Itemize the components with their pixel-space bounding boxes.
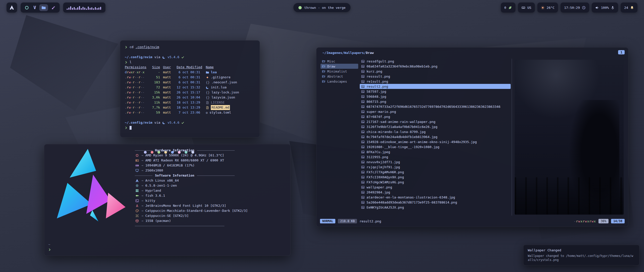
directory-item[interactable]: Draw <box>320 64 358 69</box>
arrow-icon: → <box>141 188 143 193</box>
file-item[interactable]: rsjqojlmjhf91.jpg <box>360 164 511 169</box>
launcher-button[interactable] <box>7 3 17 13</box>
file-user: matt <box>163 105 174 110</box>
file-type-icon <box>206 71 209 74</box>
file-name: ressdfgult.png <box>367 59 394 63</box>
updates-icon <box>508 6 512 10</box>
file-item[interactable]: 0c794faf07de24a4db4d4fb1eb813964.jpg <box>360 134 511 139</box>
file-item[interactable]: 08a634fa02a32364f69ebc86a98eb1eb.png <box>360 64 511 69</box>
file-item[interactable]: FXfcJlTXgAMvH6R.png <box>360 169 511 175</box>
file-item[interactable]: 5a266e448add93deab367d87173e9f25-6837886… <box>360 200 511 205</box>
image-preview <box>515 60 624 215</box>
updates-module[interactable]: 0 <box>501 3 516 13</box>
audio-visualizer[interactable] <box>63 3 105 13</box>
file-item[interactable]: resssult.png <box>360 74 511 79</box>
file-item[interactable]: 3126f7e9bbf21a8a4af0b67b041c6e26.jpg <box>360 124 511 129</box>
notifications-module[interactable]: 24 <box>621 3 637 13</box>
prompt-icon <box>125 126 128 129</box>
updates-count: 0 <box>504 6 506 10</box>
directory-item[interactable]: Landscapes <box>320 79 358 84</box>
file-item[interactable]: FXfcII0X0AQyn9X.png <box>360 175 511 180</box>
directory-item[interactable]: Misc <box>320 59 358 64</box>
image-icon <box>361 100 365 103</box>
file-user: matt <box>163 75 174 80</box>
os-icon <box>135 179 139 182</box>
command-text: l <box>130 60 132 65</box>
file-item[interactable]: wallpaper.png <box>360 185 511 190</box>
file-name: wallpaper.png <box>367 185 392 189</box>
file-name: 217167-sad-anime-rain-wallpaper.png <box>367 120 435 124</box>
circle-app-icon <box>25 6 29 10</box>
music-title: thrown - on the verge <box>304 6 345 10</box>
image-icon <box>361 155 365 159</box>
visualizer-bar <box>81 8 82 10</box>
file-item[interactable]: super-mario.png <box>360 109 511 114</box>
file-item[interactable]: EeNKYgIUcAAJ5JX.png <box>360 205 511 210</box>
notification-popup[interactable]: Wallpaper Changed Wallpaper changed to /… <box>523 245 639 265</box>
files-app-button[interactable] <box>39 4 48 11</box>
file-name: atardecer-en-la-montanas-ilustracion-634… <box>367 195 455 199</box>
file-item[interactable]: FXfcHgcWIAMzs0G.png <box>360 180 511 185</box>
temperature-module[interactable]: 26°C <box>537 3 558 13</box>
file-item[interactable]: 87r687df.png <box>360 114 511 119</box>
file-item[interactable]: chica-mirando-la-luna-8799.jpg <box>360 129 511 134</box>
fetch-row: →1558 (pacman) <box>135 218 284 223</box>
file-item[interactable]: 8FKa7Cu.jpeg <box>360 149 511 154</box>
visualizer-bar <box>91 7 92 10</box>
directory-item[interactable]: Minimalist <box>320 69 358 74</box>
visualizer-bar <box>98 8 99 10</box>
terminal-window[interactable]: cd .config/nvim ~/.config/nvim via v5.4.… <box>120 40 260 138</box>
file-item[interactable]: 3122955.png <box>360 154 511 159</box>
clock-module[interactable]: 17:50:29 <box>560 3 589 13</box>
app-shortcuts: V <box>21 3 60 13</box>
file-permissions: .rw-r--r-- <box>125 85 146 90</box>
image-icon <box>361 65 365 68</box>
folder-icon <box>322 80 325 83</box>
editor-app-button[interactable]: V <box>33 6 36 10</box>
display-icon <box>135 169 139 172</box>
image-icon <box>361 110 365 113</box>
file-item[interactable]: re1sult.png <box>360 79 511 84</box>
file-item[interactable]: ressdfgult.png <box>360 59 511 64</box>
file-user: matt <box>163 110 174 115</box>
browser-app-button[interactable] <box>25 6 29 10</box>
image-icon <box>361 140 365 144</box>
music-widget[interactable]: thrown - on the verge <box>293 3 350 12</box>
image-icon <box>361 145 365 149</box>
theme-app-button[interactable] <box>51 6 56 10</box>
image-icon <box>361 95 365 98</box>
visualizer-bar <box>68 8 69 10</box>
file-name: 3126f7e9bbf21a8a4af0b67b041c6e26.jpg <box>367 125 437 129</box>
topbar-left: V <box>7 3 105 13</box>
file-item[interactable]: 596848.jpg <box>360 94 511 99</box>
arrow-icon: → <box>141 213 143 218</box>
file-item[interactable]: 866715.png <box>360 99 511 104</box>
volume-module[interactable]: 100% <box>592 3 618 13</box>
file-manager-window[interactable]: ~/Imagenes/Wallpapers/Draw 1 MiscDrawMin… <box>316 47 628 227</box>
tab-indicator[interactable]: 1 <box>618 50 625 54</box>
file-size: 183 <box>149 80 160 85</box>
file-item[interactable]: 154928-odinokoe_anime-art-anime-okno-sin… <box>360 139 511 144</box>
status-filename: result2.png <box>359 219 381 223</box>
keyboard-layout-module[interactable]: US <box>518 3 535 13</box>
file-name: resssult.png <box>367 75 390 78</box>
file-item[interactable]: nnvuv0xj2df71.jpg <box>360 159 511 164</box>
file-item[interactable]: result2.png <box>360 84 511 89</box>
font-icon: A <box>135 204 139 208</box>
file-item[interactable]: 20492984.jpg <box>360 190 511 195</box>
file-item[interactable]: 217167-sad-anime-rain-wallpaper.png <box>360 119 511 124</box>
ls-header-user: User <box>163 65 174 70</box>
cwd-path: ~ <box>48 242 50 247</box>
file-name: 20492984.jpg <box>367 190 390 194</box>
fetch-terminal-window[interactable]: Hardware Information→AMD Ryzen 9 5900X (… <box>44 144 291 256</box>
file-item[interactable]: 19201080-__blue-tinge__-1920×1080.jpg <box>360 144 511 149</box>
keyboard-layout: US <box>527 6 531 10</box>
file-name: 5a266e448add93deab367d87173e9f25-6837886… <box>367 200 457 204</box>
file-item[interactable]: kurz.png <box>360 69 511 74</box>
file-item[interactable]: atardecer-en-la-montanas-ilustracion-634… <box>360 195 511 200</box>
file-item[interactable]: 68747470733a2f2f696d616765732d7769786d70… <box>360 104 511 109</box>
file-item[interactable]: 587597.jpg <box>360 89 511 94</box>
wm-icon <box>135 189 139 192</box>
directory-item[interactable]: Abstract <box>320 74 358 79</box>
image-icon <box>361 181 365 184</box>
